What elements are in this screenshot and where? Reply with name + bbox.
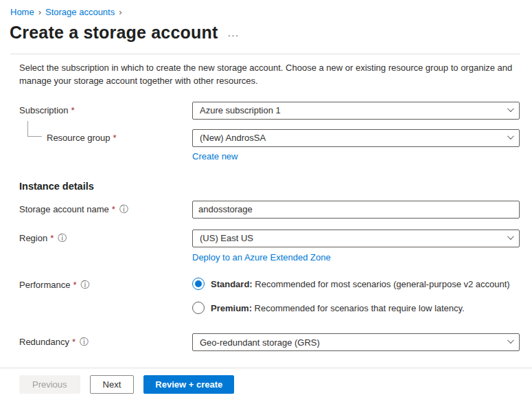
storage-account-name-row: Storage account name * ⓘ bbox=[19, 201, 520, 219]
required-marker: * bbox=[113, 133, 117, 143]
breadcrumb: Home › Storage accounts › bbox=[10, 7, 520, 17]
resource-group-label: Resource group bbox=[47, 133, 111, 143]
redundancy-label-cell: Redundancy * ⓘ bbox=[19, 333, 192, 347]
more-options-icon[interactable]: ··· bbox=[228, 25, 240, 41]
info-icon[interactable]: ⓘ bbox=[58, 234, 67, 243]
redundancy-value: Geo-redundant storage (GRS) bbox=[200, 337, 320, 348]
instance-details-header: Instance details bbox=[19, 181, 520, 192]
chevron-down-icon bbox=[507, 105, 514, 112]
performance-label-cell: Performance * ⓘ bbox=[19, 276, 192, 290]
required-marker: * bbox=[112, 204, 115, 214]
tree-connector-icon bbox=[27, 121, 42, 137]
subscription-label-cell: Subscription * bbox=[19, 102, 192, 115]
required-marker: * bbox=[50, 233, 54, 243]
breadcrumb-home-link[interactable]: Home bbox=[10, 7, 34, 17]
title-row: Create a storage account ··· bbox=[10, 23, 520, 43]
redundancy-label: Redundancy bbox=[19, 337, 69, 347]
performance-standard-description: Recommended for most scenarios (general-… bbox=[255, 279, 509, 289]
storage-account-name-label: Storage account name bbox=[19, 204, 109, 214]
info-icon[interactable]: ⓘ bbox=[80, 280, 89, 289]
region-dropdown[interactable]: (US) East US bbox=[192, 230, 520, 247]
next-button[interactable]: Next bbox=[90, 375, 135, 394]
chevron-down-icon bbox=[507, 133, 514, 139]
region-label-cell: Region * ⓘ bbox=[19, 230, 192, 243]
storage-account-name-label-cell: Storage account name * ⓘ bbox=[19, 201, 192, 214]
breadcrumb-separator-icon: › bbox=[119, 7, 122, 17]
performance-premium-radio[interactable]: Premium: Recommended for scenarios that … bbox=[192, 302, 520, 315]
header-divider bbox=[10, 54, 520, 54]
extended-zone-link[interactable]: Deploy to an Azure Extended Zone bbox=[192, 252, 331, 263]
redundancy-row: Redundancy * ⓘ Geo-redundant storage (GR… bbox=[19, 333, 520, 351]
resource-group-value: (New) AndrosSA bbox=[200, 133, 266, 143]
create-storage-account-page: Home › Storage accounts › Create a stora… bbox=[0, 0, 532, 402]
chevron-down-icon bbox=[507, 233, 514, 240]
region-row: Region * ⓘ (US) East US Deploy to an Azu… bbox=[19, 230, 520, 263]
performance-radio-group: Standard: Recommended for most scenarios… bbox=[192, 276, 520, 315]
region-value: (US) East US bbox=[200, 233, 253, 243]
breadcrumb-separator-icon: › bbox=[38, 7, 41, 17]
info-icon[interactable]: ⓘ bbox=[80, 337, 89, 346]
create-new-link[interactable]: Create new bbox=[192, 151, 238, 161]
performance-premium-description: Recommended for scenarios that require l… bbox=[255, 303, 465, 313]
breadcrumb-storage-accounts-link[interactable]: Storage accounts bbox=[45, 7, 115, 17]
performance-standard-name: Standard: bbox=[211, 279, 253, 289]
info-icon[interactable]: ⓘ bbox=[119, 205, 128, 214]
performance-row: Performance * ⓘ Standard: Recommended fo… bbox=[19, 276, 520, 315]
page-description: Select the subscription in which to crea… bbox=[19, 62, 513, 88]
radio-button-icon bbox=[192, 278, 205, 290]
subscription-value: Azure subscription 1 bbox=[200, 105, 281, 115]
storage-account-name-input[interactable] bbox=[192, 201, 520, 219]
subscription-dropdown[interactable]: Azure subscription 1 bbox=[192, 102, 520, 120]
redundancy-dropdown[interactable]: Geo-redundant storage (GRS) bbox=[192, 333, 520, 351]
performance-standard-radio[interactable]: Standard: Recommended for most scenarios… bbox=[192, 278, 520, 291]
resource-group-row: Resource group * (New) AndrosSA Create n… bbox=[19, 129, 520, 161]
region-label: Region bbox=[19, 233, 47, 243]
performance-standard-text: Standard: Recommended for most scenarios… bbox=[211, 278, 510, 291]
chevron-down-icon bbox=[507, 337, 514, 344]
previous-button: Previous bbox=[19, 375, 80, 394]
required-marker: * bbox=[73, 280, 76, 290]
performance-label: Performance bbox=[19, 280, 70, 290]
performance-premium-name: Premium: bbox=[211, 303, 252, 313]
resource-group-dropdown[interactable]: (New) AndrosSA bbox=[192, 129, 520, 147]
subscription-label: Subscription bbox=[19, 105, 69, 115]
required-marker: * bbox=[72, 337, 76, 347]
page-title: Create a storage account bbox=[10, 23, 218, 43]
performance-premium-text: Premium: Recommended for scenarios that … bbox=[211, 302, 465, 315]
footer-buttons: Previous Next Review + create bbox=[0, 368, 532, 394]
radio-button-icon bbox=[192, 302, 205, 314]
subscription-row: Subscription * Azure subscription 1 bbox=[19, 102, 520, 120]
wizard-footer: Previous Next Review + create bbox=[0, 368, 532, 402]
resource-group-label-cell: Resource group * bbox=[19, 129, 192, 143]
review-create-button[interactable]: Review + create bbox=[143, 375, 234, 394]
required-marker: * bbox=[71, 105, 75, 115]
